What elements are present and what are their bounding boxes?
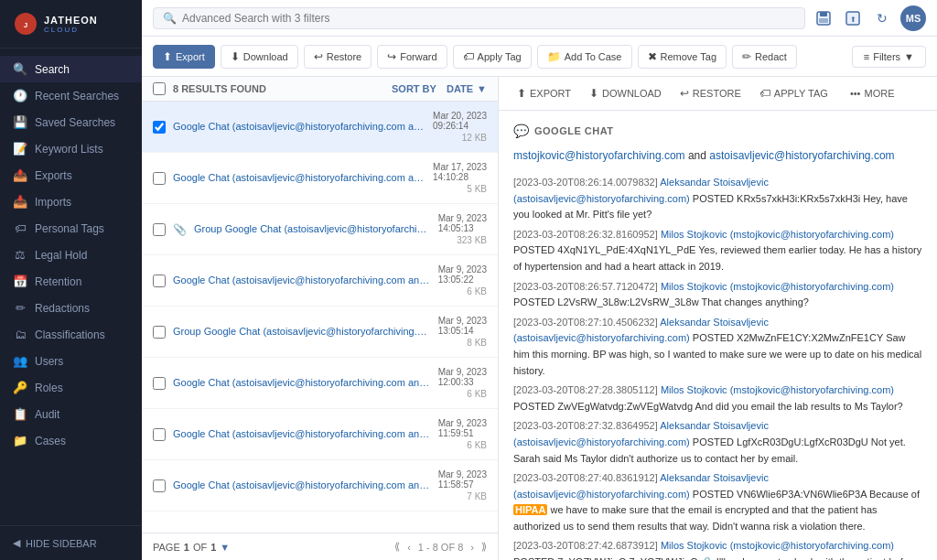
result-row[interactable]: Google Chat (astoisavljevic@historyofarc…: [142, 153, 498, 204]
result-date: Mar 9, 202313:05:22: [438, 264, 487, 285]
sidebar-item-label: Classifications: [35, 328, 105, 341]
results-count: 8 RESULTS FOUND: [173, 83, 266, 94]
refresh-icon[interactable]: ↻: [871, 7, 893, 29]
sidebar-item-saved-searches[interactable]: 💾 Saved Searches: [0, 109, 142, 135]
sidebar-item-exports[interactable]: 📤 Exports: [0, 162, 142, 188]
result-meta: Mar 9, 202313:05:14 8 KB: [438, 316, 487, 348]
sort-date[interactable]: DATE: [447, 83, 473, 94]
detail-body: 💬 GOOGLE CHAT mstojkovic@historyofarchiv…: [499, 111, 937, 560]
sidebar-item-label: Users: [35, 355, 63, 368]
logo-sub: CLOUD: [44, 26, 98, 34]
add-case-icon: 📁: [547, 50, 561, 63]
detail-toolbar: ⬆ EXPORT ⬇ DOWNLOAD ↩ RESTORE 🏷 APPLY TA…: [499, 77, 937, 111]
content-area: 8 RESULTS FOUND SORT BY DATE ▼ Google Ch…: [142, 77, 937, 560]
detail-more-button[interactable]: ••• MORE: [845, 85, 900, 102]
add-to-case-button[interactable]: 📁 Add To Case: [537, 45, 632, 69]
result-row[interactable]: 📎 Group Google Chat (astoisavljevic@hist…: [142, 204, 498, 255]
apply-tag-button[interactable]: 🏷 Apply Tag: [453, 45, 532, 69]
row-checkbox[interactable]: [153, 377, 166, 390]
save-search-icon[interactable]: [813, 7, 835, 29]
message-8: [2023-03-20T08:27:42.6873912] Milos Stoj…: [513, 538, 922, 560]
detail-tag-icon: 🏷: [759, 87, 770, 100]
detail-restore-button[interactable]: ↩ RESTORE: [674, 84, 747, 102]
import-icon: 📥: [13, 195, 27, 209]
sidebar-item-cases[interactable]: 📁 Cases: [0, 427, 142, 454]
result-size: 6 KB: [467, 389, 487, 399]
sidebar-item-imports[interactable]: 📥 Imports: [0, 188, 142, 215]
row-checkbox[interactable]: [153, 428, 166, 441]
remove-tag-button[interactable]: ✖ Remove Tag: [638, 45, 727, 69]
result-date: Mar 9, 202311:59:51: [438, 418, 487, 438]
sidebar-item-users[interactable]: 👥 Users: [0, 348, 142, 374]
search-box[interactable]: 🔍: [153, 7, 805, 29]
sidebar-item-redactions[interactable]: ✏ Redactions: [0, 295, 142, 321]
message-3: [2023-03-20T08:26:57.7120472] Milos Stoj…: [513, 279, 922, 311]
result-date: Mar 9, 202311:58:57: [438, 469, 487, 490]
result-row[interactable]: Google Chat (astoisavljevic@historyofarc…: [142, 102, 498, 153]
hide-sidebar-button[interactable]: ◀ HIDE SIDEBAR: [0, 525, 142, 560]
result-date: Mar 9, 202314:05:13: [438, 213, 487, 233]
redact-button[interactable]: ✏ Redact: [732, 45, 797, 69]
users-icon: 👥: [13, 354, 27, 368]
result-row[interactable]: Group Google Chat (astoisavljevic@histor…: [142, 307, 498, 358]
result-title: Google Chat (astoisavljevic@historyofarc…: [173, 479, 431, 490]
row-checkbox[interactable]: [153, 172, 166, 185]
result-row[interactable]: Google Chat (astoisavljevic@historyofarc…: [142, 409, 498, 460]
last-page-button[interactable]: ⟫: [481, 541, 487, 553]
page-dropdown-icon[interactable]: ▼: [220, 542, 230, 553]
result-date: Mar 17, 202314:10:28: [433, 162, 487, 182]
result-info: Google Chat (astoisavljevic@historyofarc…: [173, 377, 431, 390]
message-2: [2023-03-20T08:26:32.8160952] Milos Stoj…: [513, 227, 922, 275]
forward-button[interactable]: ↪ Forward: [377, 45, 447, 69]
result-info: Google Chat (astoisavljevic@historyofarc…: [173, 121, 425, 134]
detail-restore-icon: ↩: [680, 87, 689, 100]
sidebar-item-classifications[interactable]: 🗂 Classifications: [0, 321, 142, 348]
result-size: 7 KB: [467, 491, 487, 501]
restore-button[interactable]: ↩ Restore: [304, 45, 372, 69]
detail-apply-tag-button[interactable]: 🏷 APPLY TAG: [754, 84, 834, 102]
attachment-icon: 📎: [173, 223, 187, 236]
row-checkbox[interactable]: [153, 275, 166, 287]
export-button[interactable]: ⬆ Export: [153, 45, 215, 69]
sidebar-item-audit[interactable]: 📋 Audit: [0, 401, 142, 427]
next-page-button[interactable]: ›: [470, 542, 474, 553]
sidebar-item-recent-searches[interactable]: 🕐 Recent Searches: [0, 82, 142, 109]
row-checkbox[interactable]: [153, 121, 166, 134]
logo-icon: J: [13, 11, 38, 37]
download-button[interactable]: ⬇ Download: [221, 45, 298, 69]
sidebar-item-keyword-lists[interactable]: 📝 Keyword Lists: [0, 135, 142, 162]
message-1: [2023-03-20T08:26:14.0079832] Aleksandar…: [513, 175, 922, 223]
sidebar-item-label: Legal Hold: [35, 249, 87, 262]
filters-button[interactable]: ≡ Filters ▼: [852, 46, 926, 68]
result-row[interactable]: Google Chat (astoisavljevic@historyofarc…: [142, 358, 498, 409]
export-search-icon[interactable]: ⬆: [842, 7, 864, 29]
apply-tag-icon: 🏷: [463, 50, 474, 63]
row-checkbox[interactable]: [153, 223, 166, 236]
detail-download-button[interactable]: ⬇ DOWNLOAD: [584, 84, 667, 102]
calendar-icon: 📅: [13, 275, 27, 288]
row-checkbox[interactable]: [153, 326, 166, 339]
legal-icon: ⚖: [13, 248, 27, 262]
save-icon: 💾: [13, 115, 27, 129]
first-page-button[interactable]: ⟪: [394, 541, 400, 553]
row-checkbox[interactable]: [153, 479, 166, 492]
sidebar-item-label: Redactions: [35, 302, 90, 315]
sidebar-item-personal-tags[interactable]: 🏷 Personal Tags: [0, 215, 142, 242]
search-input[interactable]: [182, 12, 795, 25]
sidebar-item-legal-hold[interactable]: ⚖ Legal Hold: [0, 242, 142, 268]
result-meta: Mar 9, 202312:00:33 6 KB: [438, 367, 487, 399]
recipient-email: astoisavljevic@historyofarchiving.com: [709, 149, 894, 162]
prev-page-button[interactable]: ‹: [407, 542, 411, 553]
list-icon: 📝: [13, 142, 27, 156]
sidebar-item-search[interactable]: 🔍 Search: [0, 56, 142, 82]
user-avatar[interactable]: MS: [900, 5, 926, 31]
detail-export-button[interactable]: ⬆ EXPORT: [512, 84, 576, 102]
sidebar: J JATHEON CLOUD 🔍 Search 🕐 Recent Search…: [0, 0, 142, 560]
sidebar-item-roles[interactable]: 🔑 Roles: [0, 374, 142, 401]
filters-icon: ≡: [864, 51, 869, 62]
result-row[interactable]: Google Chat (astoisavljevic@historyofarc…: [142, 255, 498, 307]
sidebar-item-retention[interactable]: 📅 Retention: [0, 268, 142, 295]
select-all-checkbox[interactable]: [153, 82, 166, 95]
logo: J JATHEON CLOUD: [0, 0, 142, 48]
result-row[interactable]: Google Chat (astoisavljevic@historyofarc…: [142, 460, 498, 512]
